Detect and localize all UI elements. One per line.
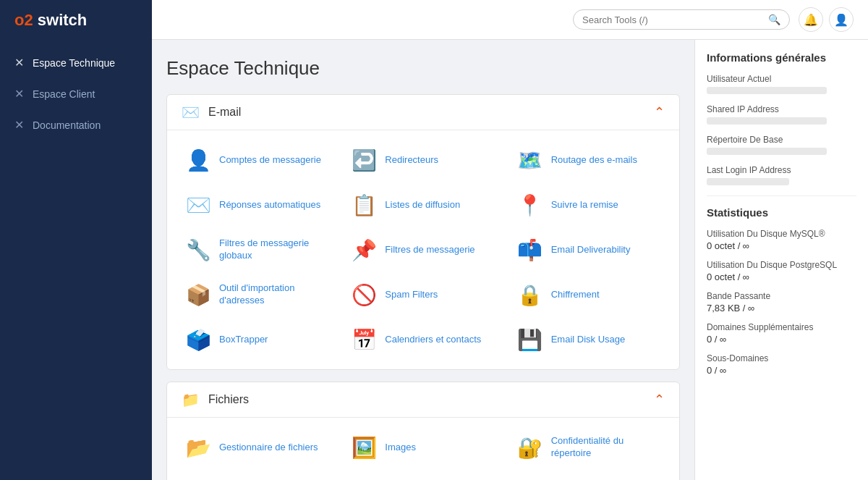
stats-postgresql: Utilisation Du Disque PostgreSQL 0 octet… [707,260,856,282]
tool-chiffrement[interactable]: 🔒 Chiffrement [506,272,672,317]
email-disk-label: Email Disk Usage [551,334,626,346]
sidebar-item-documentation[interactable]: ✕ Documentation [0,109,152,140]
calendriers-icon: 📅 [350,326,378,353]
notifications-button[interactable]: 🔔 [799,7,823,32]
info-utilisateur-actuel: Utilisateur Actuel [707,74,856,94]
info-utilisateur-actuel-label: Utilisateur Actuel [707,74,856,84]
stats-mysql-value: 0 octet / ∞ [707,240,856,251]
stats-domaines-label: Domaines Supplémentaires [707,322,856,332]
logo-o-letter: o2 [14,11,33,29]
info-last-login-ip-label: Last Login IP Address [707,165,856,175]
stats-bande-passante: Bande Passante 7,83 KB / ∞ [707,291,856,313]
stats-mysql: Utilisation Du Disque MySQL® 0 octet / ∞ [707,229,856,251]
sidebar-item-espace-technique[interactable]: ✕ Espace Technique [0,47,152,78]
stats-domaines: Domaines Supplémentaires 0 / ∞ [707,322,856,345]
stats-sous-domaines: Sous-Domaines 0 / ∞ [707,353,856,376]
fichiers-tools-grid: 📂 Gestionnaire de fichiers 🖼️ Images 🔐 C… [167,418,679,480]
documentation-icon: ✕ [14,118,24,132]
espace-technique-icon: ✕ [14,56,24,70]
fichiers-section-title: Fichiers [208,393,249,406]
stats-sous-domaines-value: 0 / ∞ [707,365,856,376]
spam-filters-icon: 🚫 [350,281,378,308]
confidentialite-icon: 🔐 [516,434,544,461]
tool-boxtrapper[interactable]: 🗳️ BoxTrapper [174,317,340,362]
info-utilisateur-actuel-value [707,87,827,94]
info-repertoire-value [707,148,827,155]
stats-bande-passante-label: Bande Passante [707,291,856,301]
info-last-login-ip-value [707,178,789,185]
espace-client-icon: ✕ [14,87,24,101]
tool-import-adresses[interactable]: 📦 Outil d'importation d'adresses [174,272,340,317]
logo-switch-text: switch [38,11,87,29]
stats-sous-domaines-label: Sous-Domaines [707,353,856,363]
stats-section-title: Statistiques [707,206,856,219]
email-tools-grid: 👤 Comptes de messagerie ↩️ Redirecteurs … [167,130,679,369]
gestionnaire-fichiers-icon: 📂 [184,434,212,461]
tool-utilisation-disque[interactable]: 💿 Utilisation du disque [174,470,340,480]
info-shared-ip-label: Shared IP Address [707,104,856,114]
calendriers-label: Calendriers et contacts [385,334,481,346]
import-adresses-icon: 📦 [184,281,212,308]
email-collapse-icon: ⌃ [654,104,665,120]
tool-filtres[interactable]: 📌 Filtres de messagerie [340,227,506,272]
search-bar[interactable]: 🔍 [573,9,790,30]
sidebar: o2 switch ✕ Espace Technique ✕ Espace Cl… [0,0,152,480]
tool-filtres-globaux[interactable]: 🔧 Filtres de messagerie globaux [174,227,340,272]
tool-deliverability[interactable]: 📫 Email Deliverability [506,227,672,272]
tool-confidentialite[interactable]: 🔐 Confidentialité du répertoire [506,425,672,470]
logo: o2 switch [14,11,87,30]
tool-listes-diffusion[interactable]: 📋 Listes de diffusion [340,182,506,227]
tool-comptes-ftp[interactable]: 📤 Comptes FTP [340,470,506,480]
deliverability-icon: 📫 [516,236,544,264]
user-menu-button[interactable]: 👤 [829,7,854,32]
fichiers-section-header-left: 📁 Fichiers [182,391,249,408]
reponses-auto-icon: ✉️ [184,191,212,219]
info-last-login-ip: Last Login IP Address [707,165,856,185]
images-icon: 🖼️ [350,434,378,461]
tool-gestionnaire-fichiers[interactable]: 📂 Gestionnaire de fichiers [174,425,340,470]
tool-images[interactable]: 🖼️ Images [340,425,506,470]
deliverability-label: Email Deliverability [551,244,631,256]
tool-reponses-auto[interactable]: ✉️ Réponses automatiques [174,182,340,227]
fichiers-section: 📁 Fichiers ⌃ 📂 Gestionnaire de fichiers … [166,382,680,480]
reponses-auto-label: Réponses automatiques [219,199,320,211]
chiffrement-label: Chiffrement [551,289,600,301]
fichiers-section-header[interactable]: 📁 Fichiers ⌃ [167,382,679,418]
sidebar-item-espace-client[interactable]: ✕ Espace Client [0,78,152,109]
info-shared-ip: Shared IP Address [707,104,856,125]
info-repertoire: Répertoire De Base [707,135,856,155]
tool-suivre-remise[interactable]: 📍 Suivre la remise [506,182,672,227]
suivre-remise-label: Suivre la remise [551,199,618,211]
tool-git[interactable]: ♦ Git™ Version Control [506,470,672,480]
tool-email-disk[interactable]: 💾 Email Disk Usage [506,317,672,362]
chiffrement-icon: 🔒 [516,281,544,308]
routage-label: Routage des e-mails [551,154,637,167]
fichiers-collapse-icon: ⌃ [654,392,665,408]
images-label: Images [385,442,416,454]
gestionnaire-fichiers-label: Gestionnaire de fichiers [219,442,318,454]
search-input[interactable] [582,14,768,25]
logo-text: o2 switch [14,11,87,30]
import-adresses-label: Outil d'importation d'adresses [219,282,330,307]
listes-diffusion-icon: 📋 [350,191,378,219]
email-section-title: E-mail [208,106,241,119]
tool-routage[interactable]: 🗺️ Routage des e-mails [506,138,672,182]
tool-redirecteurs[interactable]: ↩️ Redirecteurs [340,138,506,182]
page-title: Espace Technique [166,57,680,80]
sidebar-nav: ✕ Espace Technique ✕ Espace Client ✕ Doc… [0,40,152,140]
search-icon: 🔍 [768,14,780,25]
header-icons: 🔔 👤 [799,7,854,32]
sidebar-item-espace-client-label: Espace Client [33,88,95,100]
email-section-header-left: ✉️ E-mail [182,104,241,121]
comptes-messagerie-label: Comptes de messagerie [219,154,321,167]
confidentialite-label: Confidentialité du répertoire [551,435,662,460]
tool-spam-filters[interactable]: 🚫 Spam Filters [340,272,506,317]
main-wrapper: Espace Technique ✉️ E-mail ⌃ 👤 Comptes d… [152,40,868,480]
info-repertoire-label: Répertoire De Base [707,135,856,145]
tool-calendriers[interactable]: 📅 Calendriers et contacts [340,317,506,362]
listes-diffusion-label: Listes de diffusion [385,199,460,211]
right-sidebar: Informations générales Utilisateur Actue… [694,40,868,480]
redirecteurs-label: Redirecteurs [385,154,438,167]
tool-comptes-messagerie[interactable]: 👤 Comptes de messagerie [174,138,340,182]
email-section-header[interactable]: ✉️ E-mail ⌃ [167,95,679,130]
